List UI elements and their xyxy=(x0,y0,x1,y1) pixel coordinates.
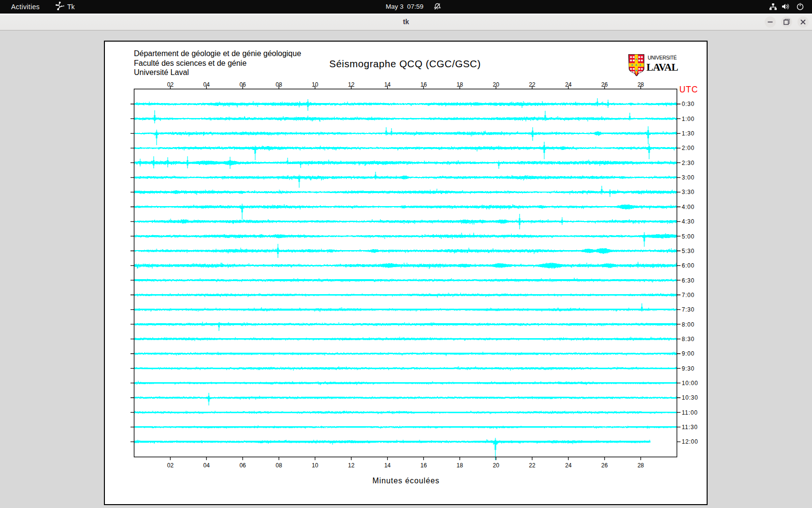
svg-text:26: 26 xyxy=(601,81,608,88)
svg-text:14: 14 xyxy=(384,81,391,88)
svg-text:8:00: 8:00 xyxy=(682,321,695,328)
svg-text:UNIVERSITÉ: UNIVERSITÉ xyxy=(648,55,677,60)
svg-text:3:30: 3:30 xyxy=(682,189,695,195)
svg-text:8:30: 8:30 xyxy=(682,336,695,343)
svg-text:08: 08 xyxy=(276,81,282,88)
svg-text:11:30: 11:30 xyxy=(682,424,698,431)
svg-text:9:30: 9:30 xyxy=(682,365,695,372)
svg-text:2:30: 2:30 xyxy=(682,160,695,166)
svg-text:7:30: 7:30 xyxy=(682,306,695,313)
svg-text:2:00: 2:00 xyxy=(682,145,695,151)
svg-text:02: 02 xyxy=(167,462,174,469)
svg-text:24: 24 xyxy=(565,462,572,469)
svg-text:12: 12 xyxy=(348,462,355,469)
svg-text:24: 24 xyxy=(565,81,572,88)
svg-text:LAVAL: LAVAL xyxy=(647,61,679,73)
svg-text:10:00: 10:00 xyxy=(682,380,698,387)
svg-text:9:00: 9:00 xyxy=(682,350,695,357)
svg-text:18: 18 xyxy=(457,81,464,88)
svg-text:1:00: 1:00 xyxy=(682,116,695,122)
svg-text:04: 04 xyxy=(203,462,210,469)
svg-text:16: 16 xyxy=(420,462,427,469)
svg-text:22: 22 xyxy=(529,81,536,88)
svg-text:26: 26 xyxy=(601,462,608,469)
svg-text:6:00: 6:00 xyxy=(682,262,695,269)
svg-text:10:30: 10:30 xyxy=(682,394,698,401)
svg-text:20: 20 xyxy=(493,81,500,88)
svg-text:11:00: 11:00 xyxy=(682,409,698,416)
svg-text:5:00: 5:00 xyxy=(682,233,695,240)
svg-text:6:30: 6:30 xyxy=(682,277,695,284)
svg-text:02: 02 xyxy=(167,81,174,88)
svg-text:20: 20 xyxy=(493,462,500,469)
svg-text:06: 06 xyxy=(239,462,246,469)
svg-text:22: 22 xyxy=(529,462,536,469)
svg-text:04: 04 xyxy=(203,81,210,88)
svg-text:06: 06 xyxy=(239,81,246,88)
svg-text:5:30: 5:30 xyxy=(682,248,695,254)
svg-text:08: 08 xyxy=(276,462,282,469)
svg-text:12:00: 12:00 xyxy=(682,438,698,445)
svg-text:UTC: UTC xyxy=(680,85,698,94)
svg-text:14: 14 xyxy=(384,462,391,469)
svg-text:7:00: 7:00 xyxy=(682,292,695,299)
svg-text:12: 12 xyxy=(348,81,355,88)
svg-text:4:00: 4:00 xyxy=(682,204,695,210)
svg-text:1:30: 1:30 xyxy=(682,130,695,137)
svg-text:10: 10 xyxy=(312,462,319,469)
svg-text:28: 28 xyxy=(638,81,644,88)
svg-text:28: 28 xyxy=(638,462,644,469)
svg-text:0:30: 0:30 xyxy=(682,101,695,107)
svg-text:10: 10 xyxy=(312,81,319,88)
svg-text:3:00: 3:00 xyxy=(682,174,695,181)
svg-text:16: 16 xyxy=(420,81,427,88)
svg-text:18: 18 xyxy=(457,462,464,469)
svg-text:4:30: 4:30 xyxy=(682,218,695,225)
